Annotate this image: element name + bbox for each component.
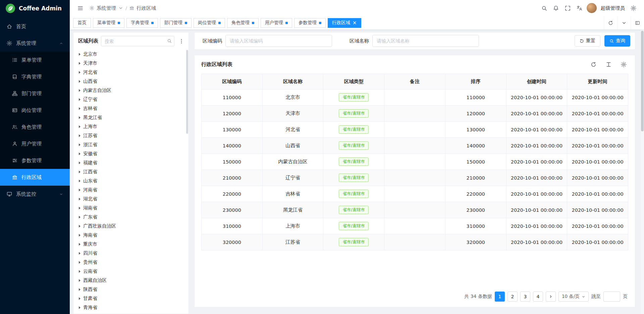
table-refresh-button[interactable] bbox=[589, 60, 598, 69]
tree-node[interactable]: 广东省 bbox=[73, 212, 189, 222]
tree-node[interactable]: 河南省 bbox=[73, 185, 189, 194]
tree-node[interactable]: 山西省 bbox=[73, 77, 189, 86]
tree-node[interactable]: 贵州省 bbox=[73, 258, 189, 267]
panel-expand-icon bbox=[635, 20, 640, 25]
table-row[interactable]: 150000内蒙古自治区省市/直辖市1500002020-10-01 00:00… bbox=[202, 154, 628, 170]
tree-node[interactable]: 山东省 bbox=[73, 176, 189, 185]
query-button[interactable]: 查询 bbox=[604, 35, 630, 47]
settings-button[interactable] bbox=[629, 4, 638, 13]
scrollbar-thumb[interactable] bbox=[641, 31, 644, 131]
tab-item[interactable]: 岗位管理 bbox=[194, 18, 225, 28]
table-row[interactable]: 230000黑龙江省省市/直辖市2300002020-10-01 00:00:0… bbox=[202, 202, 628, 218]
tree-node-label: 北京市 bbox=[83, 51, 97, 57]
breadcrumb-root[interactable]: 系统管理 bbox=[97, 5, 116, 11]
region-code-input[interactable] bbox=[225, 35, 332, 47]
tree-node[interactable]: 湖南省 bbox=[73, 203, 189, 212]
tree-node[interactable]: 云南省 bbox=[73, 267, 189, 276]
tree-node[interactable]: 陕西省 bbox=[73, 285, 189, 294]
table-row[interactable]: 140000山西省省市/直辖市1400002020-10-01 00:00:00… bbox=[202, 138, 628, 154]
tree-node[interactable]: 西藏自治区 bbox=[73, 276, 189, 285]
tree-node[interactable]: 吉林省 bbox=[73, 104, 189, 113]
table-row[interactable]: 120000天津市省市/直辖市1200002020-10-01 00:00:00… bbox=[202, 106, 628, 122]
tree-node[interactable]: 河北省 bbox=[73, 68, 189, 77]
tab-item[interactable]: 参数管理 bbox=[294, 18, 326, 28]
sidebar-subitem[interactable]: 参数管理 bbox=[0, 152, 70, 169]
tree-node[interactable]: 安徽省 bbox=[73, 149, 189, 158]
tree-node[interactable]: 浙江省 bbox=[73, 140, 189, 149]
table-row[interactable]: 210000辽宁省省市/直辖市2100002020-10-01 00:00:00… bbox=[202, 170, 628, 186]
tree-node[interactable]: 江西省 bbox=[73, 167, 189, 176]
table-row[interactable]: 130000河北省省市/直辖市1300002020-10-01 00:00:00… bbox=[202, 122, 628, 138]
table-row[interactable]: 310000上海市省市/直辖市3100002020-10-01 00:00:00… bbox=[202, 218, 628, 234]
tree-node[interactable]: 四川省 bbox=[73, 249, 189, 258]
tree-node[interactable]: 内蒙古自治区 bbox=[73, 86, 189, 95]
cell-type: 省市/直辖市 bbox=[323, 170, 384, 186]
refresh-tab-button[interactable] bbox=[604, 16, 617, 29]
sidebar-subitem[interactable]: 行政区域 bbox=[0, 169, 70, 186]
notifications-button[interactable] bbox=[551, 4, 560, 13]
tree-node[interactable]: 福建省 bbox=[73, 158, 189, 167]
sidebar-subitem[interactable]: 字典管理 bbox=[0, 68, 70, 85]
page-button[interactable]: 2 bbox=[507, 292, 518, 302]
sidebar-menu: 首页 系统管理 菜单管理字典管理部门管理岗位管理角色管理用户管理参数管理行政区域… bbox=[0, 17, 70, 314]
tree-search-input[interactable] bbox=[101, 36, 174, 46]
fullscreen-button[interactable] bbox=[563, 4, 572, 13]
tree-node[interactable]: 黑龙江省 bbox=[73, 113, 189, 122]
tab-item[interactable]: 菜单管理 bbox=[93, 18, 124, 28]
tree-node[interactable]: 甘肃省 bbox=[73, 294, 189, 303]
sidebar-subitem[interactable]: 岗位管理 bbox=[0, 102, 70, 119]
page-button[interactable]: 3 bbox=[520, 292, 530, 302]
page-button[interactable]: 1 bbox=[495, 292, 505, 302]
tree-node[interactable]: 海南省 bbox=[73, 231, 189, 240]
table-settings-button[interactable] bbox=[619, 60, 628, 69]
close-icon[interactable]: × bbox=[353, 20, 357, 25]
query-button-label: 查询 bbox=[616, 38, 625, 44]
user-avatar[interactable] bbox=[587, 3, 597, 13]
gear-icon bbox=[7, 41, 12, 46]
tab-item[interactable]: 首页 bbox=[73, 18, 91, 28]
sidebar-subitem[interactable]: 角色管理 bbox=[0, 119, 70, 135]
tree-node[interactable]: 湖北省 bbox=[73, 194, 189, 203]
tree-more-button[interactable] bbox=[177, 37, 186, 46]
tree-node[interactable]: 江苏省 bbox=[73, 131, 189, 140]
language-button[interactable] bbox=[575, 4, 584, 13]
tree-node[interactable]: 上海市 bbox=[73, 122, 189, 131]
tab-item[interactable]: 字典管理 bbox=[126, 18, 158, 28]
tree-node[interactable]: 广西壮族自治区 bbox=[73, 222, 189, 231]
column-settings-button[interactable] bbox=[604, 60, 613, 69]
sidebar-subitem[interactable]: 菜单管理 bbox=[0, 52, 70, 68]
tab-item[interactable]: 行政区域× bbox=[328, 18, 361, 28]
tree-node[interactable]: 青海省 bbox=[73, 303, 189, 312]
user-name[interactable]: 超级管理员 bbox=[601, 5, 625, 11]
tab-item[interactable]: 用户管理 bbox=[261, 18, 292, 28]
next-page-button[interactable] bbox=[546, 292, 556, 302]
sidebar-subitem[interactable]: 部门管理 bbox=[0, 85, 70, 102]
sidebar-item-system[interactable]: 系统管理 bbox=[0, 35, 70, 52]
system-submenu: 菜单管理字典管理部门管理岗位管理角色管理用户管理参数管理行政区域 bbox=[0, 52, 70, 186]
sidebar-item-monitor[interactable]: 系统监控 bbox=[0, 186, 70, 202]
tree-node[interactable]: 辽宁省 bbox=[73, 95, 189, 104]
table-row[interactable]: 220000吉林省省市/直辖市2200002020-10-01 00:00:00… bbox=[202, 186, 628, 202]
region-name-input[interactable] bbox=[372, 35, 479, 47]
cell-create-time: 2020-10-01 00:00:00 bbox=[506, 186, 567, 202]
sidebar-item-home[interactable]: 首页 bbox=[0, 18, 70, 35]
sidebar-subitem[interactable]: 用户管理 bbox=[0, 135, 70, 152]
tree-node[interactable]: 重庆市 bbox=[73, 240, 189, 249]
tree-node[interactable]: 北京市 bbox=[73, 50, 189, 59]
scrollbar-thumb[interactable] bbox=[186, 50, 188, 134]
jump-page-input[interactable] bbox=[603, 292, 620, 302]
tab-options-button[interactable] bbox=[617, 16, 631, 29]
page-size-select[interactable]: 10 条/页 bbox=[558, 292, 589, 302]
layout-panel-button[interactable] bbox=[631, 16, 644, 29]
tree-node[interactable]: 天津市 bbox=[73, 59, 189, 68]
search-button[interactable] bbox=[540, 4, 549, 13]
table-row[interactable]: 320000江苏省省市/直辖市3200002020-10-01 00:00:00… bbox=[202, 234, 628, 250]
sidebar-toggle-button[interactable] bbox=[76, 4, 85, 13]
cell-code: 310000 bbox=[202, 218, 263, 234]
tab-item[interactable]: 角色管理 bbox=[227, 18, 259, 28]
table-row[interactable]: 110000北京市省市/直辖市1100002020-10-01 00:00:00… bbox=[202, 89, 628, 106]
tab-item[interactable]: 部门管理 bbox=[160, 18, 192, 28]
page-button[interactable]: 4 bbox=[533, 292, 543, 302]
reset-button[interactable]: 重置 bbox=[575, 35, 600, 47]
region-type-badge: 省市/直辖市 bbox=[339, 222, 369, 230]
